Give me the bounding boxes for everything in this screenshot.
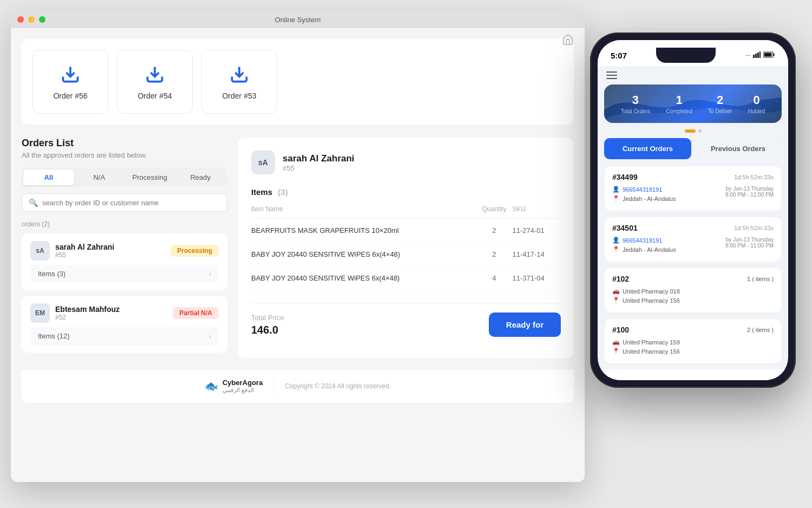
phone-order-item-0[interactable]: #34499 1d:5h:52m:33s 👤 966544318191 📍 Je… <box>604 166 782 211</box>
svg-rect-9 <box>764 53 771 57</box>
col-quantity: Quantity <box>476 205 512 219</box>
table-row-1: BABY JOY 20440 SENSITIVE WIPES 6x(4×48) … <box>251 243 561 266</box>
phone-bottom-space <box>598 369 788 380</box>
download-icon-0 <box>60 63 81 85</box>
order-card-2[interactable]: Order #53 <box>201 50 277 114</box>
tab-processing[interactable]: Processing <box>125 170 175 185</box>
filter-tabs: All N/A Processing Ready <box>22 168 227 187</box>
download-icon-2 <box>228 63 250 85</box>
car-icon-2: 🚗 <box>612 288 620 295</box>
svg-rect-3 <box>753 55 755 58</box>
desktop-window: Online System <box>11 11 585 482</box>
chevron-icon-0: › <box>209 270 211 278</box>
phone-frame: 5:07 ··· <box>590 32 796 388</box>
phone-order-item-1[interactable]: #34501 1d:5h:52m:33s 👤 966544318191 📍 Je… <box>604 217 782 262</box>
poi-time-1: 1d:5h:52m:33s <box>734 225 774 231</box>
poi-location-0: Jeddah - Al-Andalus <box>623 196 676 202</box>
window-titlebar: Online System <box>11 11 585 28</box>
ready-button[interactable]: Ready for <box>489 312 561 337</box>
footer-divider <box>273 378 274 394</box>
total-label: Total Price <box>251 314 284 322</box>
phone-notch <box>656 48 716 63</box>
detail-footer: Total Price 146.0 Ready for <box>251 303 561 337</box>
order-card-0[interactable]: Order #56 <box>32 50 108 114</box>
stat-held: 0 Holded <box>748 93 765 114</box>
poi-pharmacy-to-3: United Pharmacy 156 <box>623 348 680 355</box>
order-list-item-0[interactable]: sA sarah Al Zahrani #55 Processing Items… <box>22 233 227 290</box>
statusbar-icons: ··· <box>745 50 775 60</box>
status-badge-1: Partial N/A <box>173 307 219 319</box>
item-sku-2: 11-371-04 <box>513 266 561 290</box>
location-icon-1: 📍 <box>612 246 620 253</box>
items-label-1: Items (12) <box>38 332 70 340</box>
poi-phone-1: 966544318191 <box>623 237 662 244</box>
tab-all[interactable]: All <box>23 170 74 185</box>
footer-brand-sub: الدفع الرقمي <box>222 387 263 394</box>
col-sku: SKU <box>513 205 561 219</box>
dot-2 <box>698 129 702 133</box>
items-row-0[interactable]: Items (3) › <box>30 265 219 283</box>
item-qty-2: 4 <box>476 266 512 290</box>
svg-rect-5 <box>757 53 759 58</box>
poi-id-3: #100 <box>612 325 629 334</box>
phone-order-item-3[interactable]: #100 2 ( items ) 🚗 United Pharmacy 159 📍 <box>604 318 782 364</box>
phone-container: 5:07 ··· <box>590 32 796 388</box>
phone-order-item-2[interactable]: #102 1 ( items ) 🚗 United Pharmacy 018 📍 <box>604 268 782 313</box>
detail-order-num: #55 <box>283 164 355 172</box>
footer-copyright: Copyright © 2024 All rights reserved. <box>285 382 391 390</box>
stats-card: 3 Total Orders 1 Completed 2 To Deliver … <box>604 84 782 123</box>
detail-customer-name: sarah Al Zahrani <box>283 153 355 164</box>
table-row-2: BABY JOY 20440 SENSITIVE WiPES 6x(4×48) … <box>251 266 561 290</box>
order-cards-section: Order #56 Order #54 <box>22 39 574 125</box>
stat-completed: 1 Completed <box>666 93 692 114</box>
stat-to-deliver: 2 To Deliver <box>708 93 732 114</box>
signal-icon <box>753 50 761 60</box>
search-box[interactable]: 🔍 <box>22 193 227 212</box>
item-sku-0: 11-274-01 <box>513 219 561 243</box>
poi-schedule-1: by Jun-13 Thursday8:00 PM - 11:00 PM <box>725 237 774 255</box>
item-name-1: BABY JOY 20440 SENSITIVE WIPES 6x(4×48) <box>251 243 476 266</box>
poi-phone-0: 966544318191 <box>623 186 662 193</box>
item-qty-0: 2 <box>476 219 512 243</box>
status-badge-0: Processing <box>171 245 219 257</box>
tab-current-orders[interactable]: Current Orders <box>604 138 691 159</box>
order-list-item-1[interactable]: EM Ebtesam Mahfouz #52 Partial N/A Items… <box>22 296 227 353</box>
app-footer: 🐟 CyberAgora الدفع الرقمي Copyright © 20… <box>22 369 574 403</box>
poi-id-0: #34499 <box>612 173 638 181</box>
poi-items-badge-2: 1 ( items ) <box>747 276 774 282</box>
poi-id-1: #34501 <box>612 224 638 232</box>
hamburger-menu[interactable] <box>606 71 780 79</box>
battery-icon <box>763 50 775 60</box>
customer-info-0: sA sarah Al Zahrani #55 <box>30 241 114 260</box>
order-card-1[interactable]: Order #54 <box>117 50 193 114</box>
detail-avatar: sA <box>251 151 275 174</box>
table-row-0: BEARFRUITS MASK GRAPEFRUITS 10×20ml 2 11… <box>251 219 561 243</box>
poi-location-1: Jeddah - Al-Andalus <box>623 246 676 253</box>
item-name-0: BEARFRUITS MASK GRAPEFRUITS 10×20ml <box>251 219 476 243</box>
search-input[interactable] <box>42 199 220 207</box>
order-card-label-1: Order #54 <box>137 92 172 100</box>
items-row-1[interactable]: Items (12) › <box>30 327 219 345</box>
tab-previous-orders[interactable]: Previous Orders <box>695 138 782 159</box>
location-icon-2: 📍 <box>612 297 620 304</box>
person-icon-1: 👤 <box>612 237 620 244</box>
dots-indicator <box>598 129 788 133</box>
upload-icon[interactable] <box>562 34 574 48</box>
main-content: Orders List All the approved orders are … <box>22 138 574 358</box>
avatar-0: sA <box>30 241 50 260</box>
item-sku-1: 11-417-14 <box>513 243 561 266</box>
item-name-2: BABY JOY 20440 SENSITIVE WiPES 6x(4×48) <box>251 266 476 290</box>
order-card-label-2: Order #53 <box>222 92 256 100</box>
svg-rect-6 <box>759 51 761 58</box>
avatar-1: EM <box>30 303 50 323</box>
wifi-icon: ··· <box>745 52 750 58</box>
poi-pharmacy-to-2: United Pharmacy 156 <box>623 297 680 304</box>
orders-list-title: Orders List <box>22 138 227 149</box>
search-icon: 🔍 <box>29 198 38 207</box>
orders-list-panel: Orders List All the approved orders are … <box>22 138 227 358</box>
order-detail-panel: sA sarah Al Zahrani #55 Items (3) <box>238 138 574 358</box>
detail-header: sA sarah Al Zahrani #55 <box>251 151 561 174</box>
tab-na[interactable]: N/A <box>74 170 125 185</box>
person-icon-0: 👤 <box>612 186 620 193</box>
tab-ready[interactable]: Ready <box>175 170 226 185</box>
